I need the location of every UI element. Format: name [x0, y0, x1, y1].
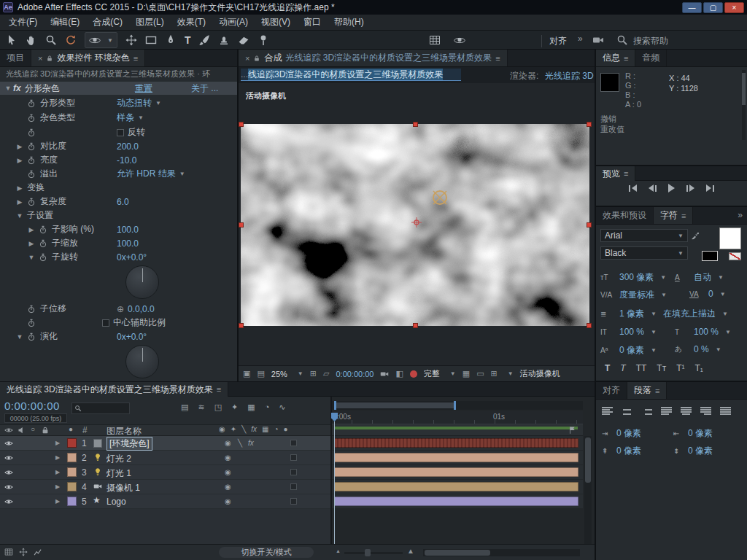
menu-effect[interactable]: 效果(T)	[177, 16, 206, 28]
tab-audio[interactable]: 音频	[635, 50, 667, 66]
label-color-swatch[interactable]	[67, 453, 77, 462]
about-link[interactable]: 关于 ...	[191, 82, 218, 95]
audio-column-icon[interactable]	[18, 426, 26, 435]
font-family-select[interactable]: Arial▼	[600, 229, 688, 242]
layer-row[interactable]: ▶ 3 灯光 1 ◉	[0, 465, 332, 480]
workspace-icon[interactable]	[592, 34, 604, 46]
expand-transfer-pane-icon[interactable]	[19, 548, 28, 556]
checkbox[interactable]	[102, 319, 109, 327]
layer-duration-bar[interactable]	[334, 467, 578, 477]
layer-handle[interactable]	[587, 222, 592, 228]
panel-menu-icon[interactable]: ≡	[624, 169, 628, 178]
lock-icon[interactable]	[46, 55, 53, 62]
expander-icon[interactable]: ▼	[15, 212, 25, 219]
proxy-icon[interactable]: ▤	[257, 369, 264, 378]
eye-icon[interactable]	[4, 439, 13, 448]
shy-switch-icon[interactable]: ◉	[225, 497, 231, 505]
pen-tool-icon[interactable]	[165, 34, 177, 46]
toolbar-overflow-chevron[interactable]: »	[578, 34, 583, 44]
eye-icon[interactable]	[4, 468, 13, 477]
sub-scale-value[interactable]: 100.0	[117, 238, 139, 249]
video-column-icon[interactable]	[4, 426, 13, 435]
motion-blur-header-icon[interactable]: ◔	[274, 425, 278, 433]
label-color-swatch[interactable]	[67, 497, 77, 506]
complexity-value[interactable]: 6.0	[117, 197, 129, 207]
toggle-switches-modes-button[interactable]: 切换开关/模式	[219, 547, 314, 558]
pixel-aspect-icon[interactable]: ⊞	[491, 369, 498, 378]
small-caps-button[interactable]: Tт	[657, 363, 666, 373]
expander-icon[interactable]: ▶	[55, 498, 60, 505]
navigator-start-handle[interactable]	[334, 401, 336, 410]
quality-switch-icon[interactable]: ╲	[238, 439, 242, 447]
play-button[interactable]	[668, 184, 675, 192]
view-options-icon[interactable]	[454, 34, 465, 46]
tab-paragraph[interactable]: 段落≡	[627, 382, 667, 399]
expander-icon[interactable]: ▶	[55, 469, 60, 475]
stopwatch-icon[interactable]	[25, 99, 38, 108]
collapse-transformations-icon[interactable]: ✦	[231, 402, 238, 412]
space-before-value[interactable]: 0 像素	[616, 445, 641, 457]
brightness-value[interactable]: -10.0	[117, 155, 136, 166]
stopwatch-icon[interactable]	[36, 225, 50, 234]
zoom-tool-icon[interactable]	[45, 34, 57, 46]
tab-info[interactable]: 信息≡	[596, 50, 635, 66]
panel-menu-icon[interactable]: ≡	[681, 211, 686, 220]
comp-flowchart-icon[interactable]: ▤	[181, 402, 188, 412]
zoom-slider-thumb[interactable]	[365, 549, 371, 556]
layer-name[interactable]: 灯光 2	[107, 453, 131, 465]
justify-all-button[interactable]	[720, 407, 731, 416]
hand-tool-icon[interactable]	[26, 34, 37, 46]
tab-composition[interactable]: × 合成 光线追踪 3D渲染器中的材质设置之三维场景材质效果 ≡	[239, 50, 508, 66]
stopwatch-icon[interactable]	[36, 253, 50, 262]
menu-layer[interactable]: 图层(L)	[136, 16, 164, 28]
eye-icon[interactable]	[4, 454, 13, 462]
menu-file[interactable]: 文件(F)	[9, 16, 37, 28]
stroke-color-swatch[interactable]	[702, 251, 718, 261]
font-style-select[interactable]: Black▼	[600, 246, 688, 260]
magnification-select[interactable]: 25%	[271, 370, 287, 378]
stopwatch-icon[interactable]	[25, 170, 38, 179]
all-caps-button[interactable]: TT	[636, 363, 647, 373]
navigator-end-handle[interactable]	[454, 401, 456, 410]
fx-switch-icon[interactable]: fx	[248, 439, 254, 447]
stopwatch-icon[interactable]	[36, 239, 50, 248]
layer-handle[interactable]	[413, 323, 418, 328]
snapshot-icon[interactable]	[380, 370, 389, 378]
scrollbar-thumb[interactable]	[585, 438, 591, 483]
menu-edit[interactable]: 编辑(E)	[50, 16, 80, 28]
noise-type-dropdown[interactable]: 样条▼	[117, 112, 144, 124]
stopwatch-icon[interactable]	[25, 156, 38, 165]
sub-rotation-dial[interactable]	[125, 265, 159, 299]
invert-checkbox[interactable]: 反转	[117, 126, 145, 139]
expander-icon[interactable]: ▶	[26, 240, 36, 247]
indent-right-value[interactable]: 0 像素	[688, 427, 713, 440]
frame-blend-header-icon[interactable]: ▦	[262, 425, 268, 433]
stroke-style-select[interactable]: 在填充上描边	[663, 308, 716, 320]
parent-pickwhip-box[interactable]	[290, 440, 297, 446]
layer-row[interactable]: ▶ 1 [环境杂色] ◉ ╲ fx	[0, 436, 332, 451]
label-color-swatch[interactable]	[67, 438, 77, 448]
panel-overflow-chevron[interactable]: »	[733, 207, 747, 224]
tab-effects-presets[interactable]: 效果和预设	[596, 207, 654, 224]
shy-switch-icon[interactable]: ◉	[225, 483, 231, 491]
show-snapshot-icon[interactable]: ◧	[395, 369, 403, 378]
next-frame-button[interactable]	[686, 184, 694, 192]
brush-tool-icon[interactable]	[198, 34, 210, 46]
sub-influence-value[interactable]: 100.0	[117, 225, 139, 235]
tab-align[interactable]: 对齐	[596, 382, 627, 399]
parent-pickwhip-box[interactable]	[290, 498, 297, 505]
reset-link[interactable]: 重置	[135, 82, 152, 95]
space-after-value[interactable]: 0 像素	[688, 445, 713, 457]
work-area-bar[interactable]	[334, 427, 578, 429]
eye-icon[interactable]	[4, 497, 13, 506]
overflow-dropdown[interactable]: 允许 HDR 结果▼	[117, 168, 185, 180]
justify-last-right-button[interactable]	[700, 407, 711, 416]
menu-view[interactable]: 视图(V)	[261, 16, 290, 28]
panel-menu-icon[interactable]: ≡	[495, 54, 500, 63]
align-left-button[interactable]	[602, 407, 613, 416]
adjustment-header-icon[interactable]: ●	[283, 425, 287, 433]
align-right-button[interactable]	[641, 407, 652, 416]
track-vertical-scrollbar[interactable]	[584, 436, 592, 544]
tracking-value[interactable]: 0	[708, 289, 713, 299]
timeline-horizontal-scrollbar[interactable]	[423, 549, 580, 556]
